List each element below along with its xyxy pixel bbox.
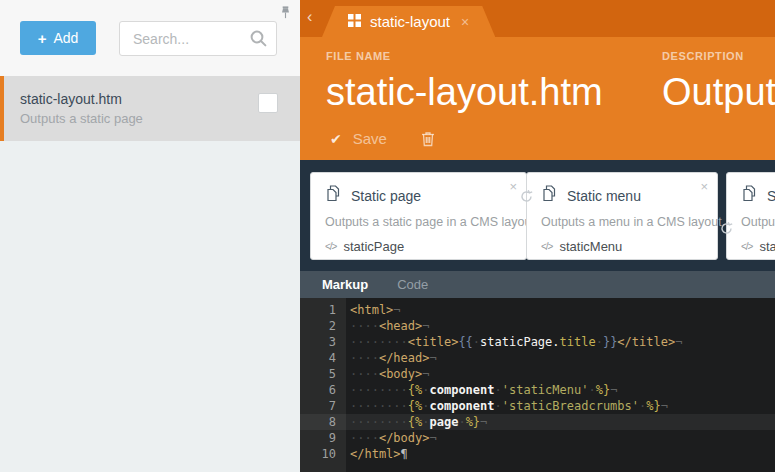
card-close-icon[interactable]: × [509, 179, 517, 194]
filename-field[interactable]: FILE NAME static-layout.htm [326, 50, 656, 114]
document-tabbar: ‹ static-layout × [300, 0, 775, 37]
code-line[interactable]: 10</html>¶ [300, 446, 775, 462]
card-alias: </> staticPage [325, 239, 512, 254]
sidebar: +Add static-layout.htm Outputs a static … [0, 0, 300, 472]
code-line-text: ····<body>¬ [346, 366, 430, 382]
code-line-text: </html>¶ [346, 446, 408, 462]
refresh-icon [519, 189, 534, 204]
pin-icon[interactable] [278, 5, 294, 21]
card-title: Static page [351, 188, 421, 204]
file-list: static-layout.htm Outputs a static page [0, 76, 300, 472]
code-line[interactable]: 5····<body>¬ [300, 366, 775, 382]
component-card[interactable]: × Static breadcrumbs Outputs breadcrumbs… [726, 172, 775, 260]
tab-markup[interactable]: Markup [322, 277, 368, 292]
code-line[interactable]: 2····<head>¬ [300, 318, 775, 334]
card-alias-text: staticBreadcrumbs [759, 239, 775, 254]
code-line[interactable]: 8········{%·page·%}¬ [300, 414, 775, 430]
code-line[interactable]: 1<html>¬ [300, 302, 775, 318]
filename-value[interactable]: static-layout.htm [326, 71, 656, 114]
code-icon: </> [541, 241, 552, 252]
tab-label: static-layout [370, 13, 450, 30]
description-value[interactable]: Outputs a static page [662, 71, 775, 114]
line-number: 1 [300, 302, 346, 318]
file-item-checkbox[interactable] [258, 93, 278, 113]
document-header: FILE NAME static-layout.htm DESCRIPTION … [300, 37, 775, 160]
editor-tabbar: Markup Code [300, 271, 775, 298]
description-field[interactable]: DESCRIPTION Outputs a static page [662, 50, 775, 114]
refresh-icon [719, 221, 734, 236]
search-icon[interactable] [249, 29, 268, 52]
line-number: 5 [300, 366, 346, 382]
components-strip: × Static page Outputs a static page in a… [300, 160, 775, 271]
component-card[interactable]: × Static menu Outputs a menu in a CMS la… [526, 172, 718, 260]
line-number: 6 [300, 382, 346, 398]
code-editor[interactable]: 1<html>¬2····<head>¬3········<title>{{·s… [300, 298, 775, 472]
check-icon: ✔ [330, 131, 342, 147]
code-line-text: ········<title>{{·staticPage.title·}}</t… [346, 334, 682, 350]
add-button[interactable]: +Add [20, 21, 96, 55]
line-number: 3 [300, 334, 346, 350]
app-window: +Add static-layout.htm Outputs a static … [0, 0, 775, 472]
main-panel: ‹ static-layout × FILE NAME static-layou… [300, 0, 775, 472]
save-button[interactable]: Save [353, 130, 387, 147]
card-description: Outputs a static page in a CMS layout. [325, 215, 512, 229]
list-item-static-layout[interactable]: static-layout.htm Outputs a static page [0, 76, 300, 141]
card-alias-text: staticPage [343, 239, 404, 254]
plus-icon: + [38, 31, 47, 46]
code-line-text: ····</body>¬ [346, 430, 437, 446]
card-title: Static breadcrumbs [767, 188, 775, 204]
line-number: 2 [300, 318, 346, 334]
code-icon: </> [741, 241, 752, 252]
code-line-text: ········{%·page·%}¬ [346, 414, 487, 430]
code-line-text: ········{%·component·'staticBreadcrumbs'… [346, 398, 668, 414]
card-description: Outputs a menu in a CMS layout. [541, 215, 703, 229]
file-item-title: static-layout.htm [20, 90, 250, 109]
add-button-label: Add [53, 30, 78, 46]
code-line-text: ········{%·component·'staticMenu'·%}¬ [346, 382, 617, 398]
grid-icon [348, 13, 361, 30]
component-card[interactable]: × Static page Outputs a static page in a… [310, 172, 527, 260]
code-line-text: ····<head>¬ [346, 318, 430, 334]
line-number: 7 [300, 398, 346, 414]
search-box [119, 21, 277, 56]
save-row: ✔ Save [330, 130, 435, 147]
sidebar-toolbar: +Add [0, 0, 300, 76]
code-line[interactable]: 7········{%·component·'staticBreadcrumbs… [300, 398, 775, 414]
filename-label: FILE NAME [326, 50, 656, 62]
file-item-subtitle: Outputs a static page [20, 109, 250, 129]
code-line[interactable]: 9····</body>¬ [300, 430, 775, 446]
line-number: 10 [300, 446, 346, 462]
card-alias: </> staticBreadcrumbs [741, 239, 775, 254]
code-line-text: <html>¬ [346, 302, 401, 318]
code-line[interactable]: 4····</head>¬ [300, 350, 775, 366]
tab-close-icon[interactable]: × [461, 14, 469, 30]
description-label: DESCRIPTION [662, 50, 775, 62]
line-number: 9 [300, 430, 346, 446]
pages-icon [325, 185, 342, 206]
card-close-icon[interactable]: × [700, 179, 708, 194]
tab-code[interactable]: Code [397, 277, 428, 292]
code-icon: </> [325, 241, 336, 252]
code-line[interactable]: 6········{%·component·'staticMenu'·%}¬ [300, 382, 775, 398]
card-alias: </> staticMenu [541, 239, 703, 254]
card-alias-text: staticMenu [559, 239, 622, 254]
pages-icon [741, 185, 758, 206]
code-line-text: ····</head>¬ [346, 350, 437, 366]
line-number: 4 [300, 350, 346, 366]
tab-static-layout[interactable]: static-layout × [322, 6, 495, 37]
trash-icon[interactable] [421, 131, 435, 147]
line-number: 8 [300, 414, 346, 430]
card-description: Outputs breadcrumbs in a CMS layout. [741, 215, 775, 229]
code-line[interactable]: 3········<title>{{·staticPage.title·}}</… [300, 334, 775, 350]
back-chevron-icon[interactable]: ‹ [307, 9, 312, 25]
pages-icon [541, 185, 558, 206]
card-title: Static menu [567, 188, 641, 204]
